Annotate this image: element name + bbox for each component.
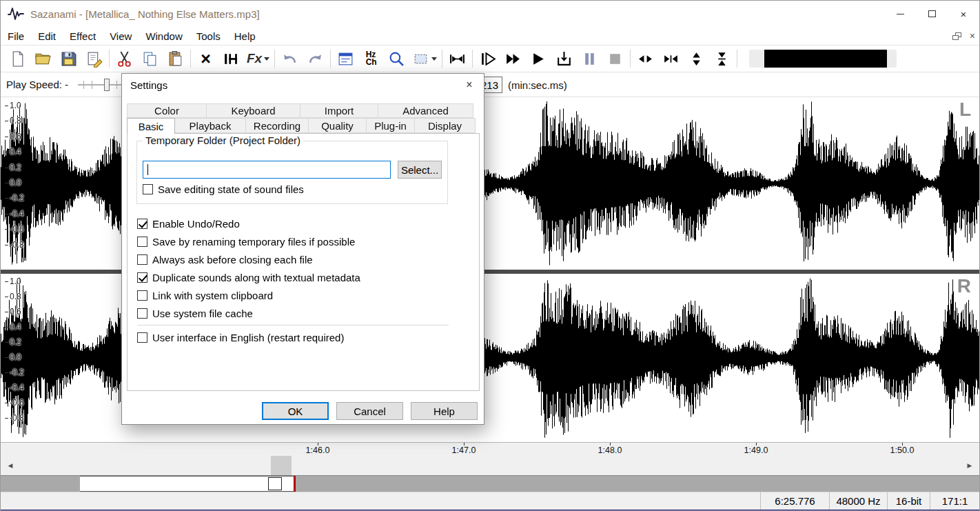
undo-button[interactable] xyxy=(277,47,303,70)
open-file-button[interactable] xyxy=(30,47,56,70)
maximize-button[interactable] xyxy=(916,1,948,27)
mdi-close-button[interactable]: × xyxy=(970,31,975,41)
checkbox-label: Save by renaming temporary files if poss… xyxy=(152,236,355,248)
status-sample-rate: 48000 Hz xyxy=(829,492,887,510)
time-unit-label: (min:sec.ms) xyxy=(508,79,567,91)
time-label: 1:50.0 xyxy=(890,445,915,455)
shrink-vertical-icon xyxy=(713,50,731,68)
checkbox-always-ask-before-closing[interactable]: Always ask before closing each file xyxy=(137,254,313,265)
tab-plug-in[interactable]: Plug-in xyxy=(366,118,415,133)
frequency-channel-button[interactable]: Hz Ch xyxy=(358,47,384,70)
zoom-expand-vertical-button[interactable] xyxy=(684,47,709,70)
horizontal-scrollbar[interactable]: ◀ ▶ xyxy=(1,456,979,475)
menu-window[interactable]: Window xyxy=(139,27,189,45)
tab-playback[interactable]: Playback xyxy=(174,118,246,133)
amplitude-label: 0.6 xyxy=(5,307,21,317)
stop-button[interactable] xyxy=(602,47,628,70)
loop-play-icon xyxy=(555,50,573,68)
tab-quality[interactable]: Quality xyxy=(308,118,367,133)
checkbox-duplicate-sounds-metadata[interactable]: Duplicate sounds along with textual meta… xyxy=(137,272,360,283)
settings-tab-row-2: Basic Playback Recording Quality Plug-in… xyxy=(127,118,475,133)
expand-horizontal-icon xyxy=(637,50,654,68)
play-button[interactable] xyxy=(526,47,551,70)
amplitude-label: 0.8 xyxy=(5,116,21,126)
menu-tools[interactable]: Tools xyxy=(190,27,227,45)
checkbox-box-icon xyxy=(137,254,147,265)
save-file-button[interactable] xyxy=(56,47,81,70)
minimize-button[interactable] xyxy=(884,1,916,27)
info-dialog-button[interactable] xyxy=(333,47,358,70)
dialog-close-button[interactable]: × xyxy=(460,77,478,92)
amplitude-label: -0.8 xyxy=(5,413,24,423)
paste-button[interactable] xyxy=(163,47,188,70)
tab-display[interactable]: Display xyxy=(414,118,476,133)
copy-button[interactable] xyxy=(137,47,163,70)
cut-button[interactable] xyxy=(112,47,137,70)
basic-tab-page: Temporary Folder (Project Folder) Select… xyxy=(127,133,480,391)
tab-color[interactable]: Color xyxy=(127,103,207,118)
selection-dropdown-caret-icon xyxy=(431,57,437,61)
help-button[interactable]: Help xyxy=(411,402,478,420)
amplitude-label: -0.8 xyxy=(5,240,24,250)
menu-view[interactable]: View xyxy=(103,27,139,45)
zoom-tool-button[interactable] xyxy=(384,47,409,70)
close-button[interactable]: × xyxy=(948,1,979,27)
tab-advanced[interactable]: Advanced xyxy=(378,103,473,118)
save-as-pencil-icon xyxy=(85,50,103,68)
zoom-expand-horizontal-button[interactable] xyxy=(633,47,658,70)
checkbox-box-icon xyxy=(137,332,147,343)
checkbox-use-system-file-cache[interactable]: Use system file cache xyxy=(137,308,253,319)
toolbar-separator xyxy=(442,50,442,68)
cancel-button[interactable]: Cancel xyxy=(336,402,403,420)
overview-marker-handle[interactable] xyxy=(268,477,282,490)
tab-keyboard[interactable]: Keyboard xyxy=(206,103,300,118)
scroll-left-button[interactable]: ◀ xyxy=(1,456,20,475)
mdi-restore-button[interactable] xyxy=(952,32,961,40)
loop-play-button[interactable] xyxy=(551,47,577,70)
checkbox-save-editing-state[interactable]: Save editing state of sound files xyxy=(143,183,304,195)
menu-help[interactable]: Help xyxy=(227,27,263,45)
checkbox-save-by-renaming[interactable]: Save by renaming temporary files if poss… xyxy=(137,236,355,248)
trim-button[interactable] xyxy=(218,47,244,70)
ok-button[interactable]: OK xyxy=(262,402,329,420)
redo-button[interactable] xyxy=(303,47,328,70)
undo-icon xyxy=(281,50,298,68)
temp-folder-input[interactable] xyxy=(143,161,391,179)
tab-basic[interactable]: Basic xyxy=(127,118,175,134)
tab-import[interactable]: Import xyxy=(300,103,378,118)
slider-thumb[interactable] xyxy=(104,79,110,91)
tab-recording[interactable]: Recording xyxy=(245,118,309,133)
zoom-shrink-vertical-button[interactable] xyxy=(709,47,735,70)
dialog-title-bar[interactable]: Settings × xyxy=(122,74,484,96)
checkbox-enable-undo-redo[interactable]: Enable Undo/Redo xyxy=(137,218,240,230)
checkbox-link-system-clipboard[interactable]: Link with system clipboard xyxy=(137,290,273,301)
fast-play-button[interactable] xyxy=(500,47,526,70)
time-axis[interactable]: 1:46.0 1:47.0 1:48.0 1:49.0 1:50.0 xyxy=(1,442,979,456)
fit-width-button[interactable] xyxy=(445,47,470,70)
save-as-button[interactable] xyxy=(81,47,107,70)
select-folder-button[interactable]: Select... xyxy=(398,161,442,179)
overview-bar[interactable] xyxy=(1,475,979,492)
scrollbar-thumb[interactable] xyxy=(271,456,292,475)
level-meter xyxy=(749,50,897,68)
slider-tick xyxy=(92,81,92,89)
checkbox-label: Duplicate sounds along with textual meta… xyxy=(152,272,360,283)
delete-x-icon: × xyxy=(201,50,211,68)
zoom-shrink-horizontal-button[interactable] xyxy=(658,47,684,70)
scroll-right-button[interactable]: ▶ xyxy=(960,456,979,475)
menu-edit[interactable]: Edit xyxy=(31,27,63,45)
cut-scissors-icon xyxy=(116,50,133,68)
overview-view-region[interactable] xyxy=(80,476,295,492)
menu-effect[interactable]: Effect xyxy=(63,27,103,45)
magnifier-icon xyxy=(388,50,405,68)
new-file-button[interactable] xyxy=(5,47,30,70)
checkbox-ui-in-english[interactable]: User interface in English (restart requi… xyxy=(137,332,344,343)
delete-button[interactable]: × xyxy=(193,47,218,70)
menu-file[interactable]: File xyxy=(1,27,31,45)
status-bit-depth: 16-bit xyxy=(887,492,930,510)
selection-tool-button[interactable] xyxy=(409,47,440,70)
play-from-cursor-button[interactable] xyxy=(475,47,500,70)
effects-fx-button[interactable]: Fx xyxy=(244,47,272,70)
amplitude-label: 0.4 xyxy=(5,147,21,157)
pause-button[interactable] xyxy=(577,47,602,70)
